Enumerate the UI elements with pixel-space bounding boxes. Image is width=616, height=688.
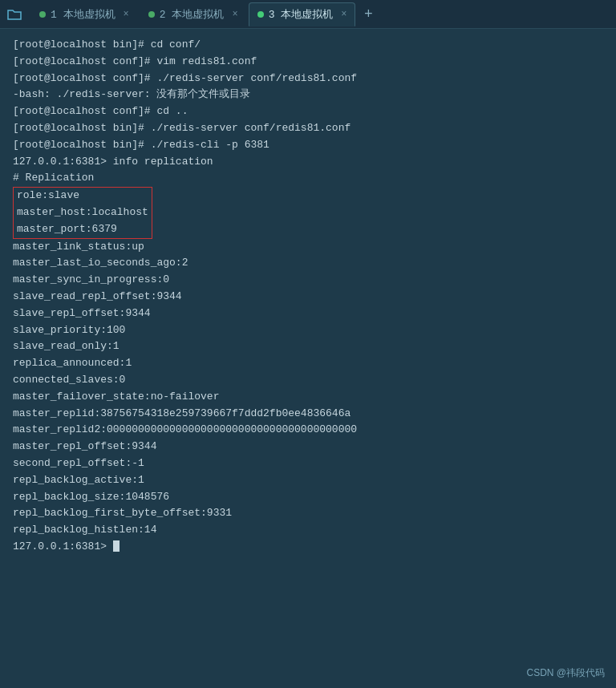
terminal-line: slave_repl_offset:9344	[13, 306, 603, 322]
tab-2-label: 2 本地虚拟机	[160, 7, 225, 22]
tab-bar: 1 本地虚拟机 × 2 本地虚拟机 × 3 本地虚拟机 × +	[0, 0, 616, 29]
terminal-line-highlight: master_host:localhost	[17, 204, 148, 221]
tab-2-dot	[148, 11, 155, 18]
terminal-line: -bash: ./redis-server: 没有那个文件或目录	[13, 87, 603, 103]
tab-3[interactable]: 3 本地虚拟机 ×	[249, 2, 356, 26]
folder-icon[interactable]	[3, 3, 26, 26]
terminal-line: repl_backlog_histlen:14	[13, 522, 603, 539]
terminal-line-cursor: 127.0.0.1:6381>	[13, 539, 603, 556]
tab-2-close[interactable]: ×	[232, 9, 237, 20]
terminal-line: repl_backlog_size:1048576	[13, 489, 603, 506]
terminal-line: [root@localhost conf]# cd ..	[13, 103, 603, 120]
terminal-line: slave_read_repl_offset:9344	[13, 289, 603, 306]
tab-3-label: 3 本地虚拟机	[269, 7, 334, 22]
terminal-line: [root@localhost conf]# vim redis81.conf	[13, 54, 603, 71]
tab-3-close[interactable]: ×	[341, 9, 346, 20]
terminal-line: # Replication	[13, 170, 603, 187]
terminal-line: connected_slaves:0	[13, 372, 603, 389]
tab-add-button[interactable]: +	[357, 3, 379, 26]
terminal-line: [root@localhost conf]# ./redis-server co…	[13, 71, 603, 87]
terminal-line: slave_read_only:1	[13, 338, 603, 355]
terminal-line: master_repl_offset:9344	[13, 439, 603, 455]
terminal-line: slave_priority:100	[13, 322, 603, 339]
terminal-line-highlight: master_port:6379	[17, 221, 148, 238]
terminal-line: [root@localhost bin]# cd conf/	[13, 37, 603, 54]
terminal-line: master_link_status:up	[13, 239, 603, 256]
terminal-line: 127.0.0.1:6381> info replication	[13, 154, 603, 171]
terminal-line: master_replid2:0000000000000000000000000…	[13, 422, 603, 439]
terminal-line: repl_backlog_active:1	[13, 472, 603, 489]
tab-1-dot	[39, 11, 46, 18]
terminal: [root@localhost bin]# cd conf/[root@loca…	[0, 29, 616, 688]
terminal-line: repl_backlog_first_byte_offset:9331	[13, 505, 603, 522]
terminal-line: master_replid:38756754318e259739667f7ddd…	[13, 406, 603, 423]
terminal-cursor	[113, 540, 120, 552]
terminal-line: replica_announced:1	[13, 355, 603, 372]
tab-1-label: 1 本地虚拟机	[51, 7, 116, 22]
terminal-line: master_sync_in_progress:0	[13, 272, 603, 289]
highlight-box: role:slavemaster_host:localhostmaster_po…	[13, 187, 152, 238]
tab-3-dot	[257, 11, 264, 18]
terminal-line: master_last_io_seconds_ago:2	[13, 255, 603, 272]
terminal-line: [root@localhost bin]# ./redis-server con…	[13, 120, 603, 137]
tab-1-close[interactable]: ×	[124, 9, 129, 20]
terminal-line: [root@localhost bin]# ./redis-cli -p 638…	[13, 137, 603, 154]
terminal-line-highlight: role:slave	[17, 188, 148, 204]
watermark: CSDN @祎段代码	[526, 666, 605, 680]
terminal-line: master_failover_state:no-failover	[13, 389, 603, 406]
terminal-line: second_repl_offset:-1	[13, 455, 603, 472]
tab-1[interactable]: 1 本地虚拟机 ×	[30, 2, 138, 26]
tab-2[interactable]: 2 本地虚拟机 ×	[140, 2, 247, 26]
